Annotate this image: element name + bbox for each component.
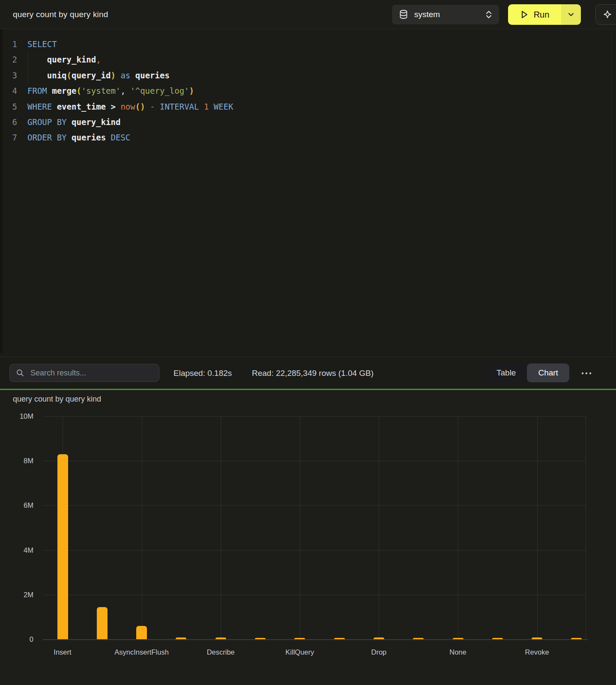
token-pl — [106, 102, 111, 111]
gridline-y — [43, 550, 586, 551]
token-par: ) — [189, 86, 194, 95]
token-num: now — [120, 102, 135, 111]
search-icon — [16, 369, 24, 377]
bar-unlabeled-9[interactable] — [413, 638, 424, 639]
token-num: , — [96, 55, 101, 64]
play-icon — [520, 10, 529, 19]
bar-unlabeled-7[interactable] — [334, 638, 345, 639]
bar-unlabeled-11[interactable] — [492, 638, 503, 639]
bar-Insert[interactable] — [57, 454, 68, 639]
line-number: 1 — [0, 36, 17, 52]
bar-Revoke[interactable] — [532, 637, 542, 639]
view-toggle: Table Chart — [485, 363, 569, 382]
sql-editor[interactable]: 1SELECT2 query_kind,3 uniq(query_id) as … — [0, 29, 616, 353]
token-pl — [52, 117, 57, 127]
run-button-label: Run — [534, 10, 550, 20]
chevron-down-icon — [568, 12, 574, 17]
query-title: query count by query kind — [13, 0, 108, 29]
bar-KillQuery[interactable] — [294, 638, 305, 639]
line-number: 5 — [0, 99, 17, 114]
token-kw: INTERVAL — [160, 102, 199, 111]
token-pl — [199, 102, 204, 111]
token-id: query_id — [72, 71, 111, 80]
bar-None[interactable] — [453, 638, 463, 639]
line-number: 3 — [0, 68, 17, 83]
run-button-group: Run — [508, 4, 581, 25]
token-str: '^query_log' — [130, 86, 189, 95]
token-kw: ORDER — [27, 133, 52, 142]
code-line: 2 query_kind, — [0, 52, 616, 67]
token-id: event_time — [57, 102, 106, 111]
x-tick-label: None — [422, 648, 494, 656]
table-view-button[interactable]: Table — [485, 363, 527, 382]
run-options-button[interactable] — [561, 4, 581, 25]
token-pl — [27, 55, 47, 64]
token-kw: BY — [57, 133, 67, 142]
line-number: 4 — [0, 83, 17, 98]
code-line: 5WHERE event_time > now() - INTERVAL 1 W… — [0, 99, 616, 114]
top-bar: query count by query kind system Run — [0, 0, 616, 29]
token-pl — [116, 71, 120, 80]
token-pl — [116, 102, 120, 111]
bar-unlabeled-1[interactable] — [97, 607, 108, 639]
token-pl — [145, 102, 150, 111]
code-line: 4FROM merge('system', '^query_log') — [0, 83, 616, 98]
read-status: Read: 22,285,349 rows (1.04 GB) — [252, 357, 374, 389]
gridline-x — [458, 416, 458, 639]
bar-unlabeled-3[interactable] — [176, 637, 186, 639]
gridline-x — [537, 416, 538, 639]
editor-scrollbar-track[interactable] — [611, 29, 612, 353]
search-box — [9, 364, 159, 382]
x-tick-label: Describe — [184, 648, 257, 656]
bar-chart: 02M4M6M8M10MInsertAsyncInsertFlushDescri… — [0, 390, 616, 685]
bar-Drop[interactable] — [374, 637, 384, 639]
token-pl — [52, 133, 57, 142]
chart-view-button[interactable]: Chart — [527, 363, 569, 382]
gridline-x — [300, 416, 300, 639]
elapsed-status: Elapsed: 0.182s — [173, 357, 232, 389]
token-pl — [27, 71, 47, 80]
y-tick-label: 0 — [0, 635, 33, 643]
token-pl — [130, 71, 135, 80]
bar-unlabeled-13[interactable] — [571, 638, 582, 639]
gridline-y — [43, 416, 586, 417]
x-tick-label: Drop — [342, 648, 415, 656]
gridline-y — [43, 505, 586, 506]
x-tick-label: Revoke — [501, 648, 574, 656]
line-number: 7 — [0, 130, 17, 145]
run-button[interactable]: Run — [508, 4, 561, 25]
ai-assist-button[interactable] — [595, 4, 616, 25]
database-selector[interactable]: system — [392, 5, 499, 24]
gridline-x — [221, 416, 221, 639]
token-kw: as — [120, 71, 130, 80]
bar-Describe[interactable] — [215, 637, 226, 639]
y-tick-label: 6M — [0, 501, 33, 509]
indent-guide — [28, 52, 28, 84]
y-tick-label: 4M — [0, 546, 33, 554]
token-id: queries — [72, 133, 106, 142]
token-num: 1 — [204, 102, 209, 111]
gridline-x — [379, 416, 379, 639]
more-options-button[interactable] — [579, 368, 594, 378]
y-tick-label: 2M — [0, 590, 33, 599]
token-kw: WHERE — [27, 102, 52, 111]
token-kw: GROUP — [27, 117, 52, 127]
token-pl — [67, 117, 72, 127]
token-num: - — [150, 102, 155, 111]
sparkle-icon — [603, 9, 612, 20]
token-par: ) — [111, 71, 116, 80]
token-pl — [106, 133, 111, 142]
code-line: 7ORDER BY queries DESC — [0, 130, 616, 145]
bar-unlabeled-5[interactable] — [255, 638, 266, 639]
code-line: 3 uniq(query_id) as queries — [0, 68, 616, 83]
search-results-input[interactable] — [30, 368, 143, 378]
token-pl — [155, 102, 160, 111]
ellipsis-icon — [581, 372, 592, 375]
token-pl — [52, 102, 57, 111]
bar-AsyncInsertFlush[interactable] — [136, 626, 147, 639]
token-id: queries — [135, 71, 170, 80]
token-pl: , — [120, 86, 130, 95]
gridline-x — [142, 416, 142, 639]
gridline-y — [43, 595, 586, 595]
line-number: 2 — [0, 52, 17, 67]
